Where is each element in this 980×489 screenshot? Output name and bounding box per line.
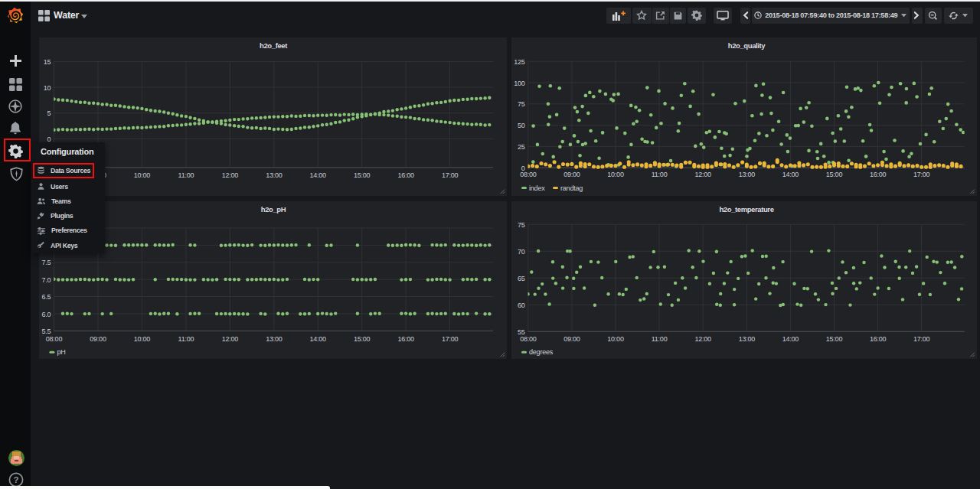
svg-text:16:00: 16:00 xyxy=(870,171,887,178)
svg-text:17:00: 17:00 xyxy=(442,171,459,178)
svg-text:11:00: 11:00 xyxy=(178,171,194,178)
svg-text:pH: pH xyxy=(57,348,65,356)
svg-text:50: 50 xyxy=(518,122,525,129)
svg-text:09:00: 09:00 xyxy=(564,171,580,178)
svg-text:15: 15 xyxy=(43,58,51,66)
svg-text:7.0: 7.0 xyxy=(41,275,51,283)
svg-text:25: 25 xyxy=(518,143,525,151)
svg-text:70: 70 xyxy=(518,247,525,255)
svg-text:65: 65 xyxy=(518,274,525,282)
svg-text:08:00: 08:00 xyxy=(520,171,537,178)
svg-text:6.5: 6.5 xyxy=(41,293,51,301)
svg-text:09:00: 09:00 xyxy=(564,334,580,342)
svg-text:11:00: 11:00 xyxy=(652,334,668,342)
svg-text:14:00: 14:00 xyxy=(782,334,799,342)
svg-text:6.0: 6.0 xyxy=(41,310,51,318)
svg-text:11:00: 11:00 xyxy=(652,171,668,178)
svg-text:10:00: 10:00 xyxy=(133,334,150,342)
svg-text:10:00: 10:00 xyxy=(133,171,150,178)
svg-text:125: 125 xyxy=(514,57,525,65)
svg-text:?: ? xyxy=(13,475,18,484)
svg-text:10:00: 10:00 xyxy=(607,334,624,342)
svg-text:15:00: 15:00 xyxy=(826,334,843,342)
svg-text:17:00: 17:00 xyxy=(913,171,930,178)
svg-text:randtag: randtag xyxy=(560,184,583,191)
svg-text:75: 75 xyxy=(518,220,525,228)
svg-text:09:00: 09:00 xyxy=(90,334,106,342)
svg-text:13:00: 13:00 xyxy=(266,334,283,342)
svg-text:h2o_quality: h2o_quality xyxy=(728,41,766,50)
svg-text:degrees: degrees xyxy=(529,348,554,356)
svg-text:15:00: 15:00 xyxy=(826,171,843,178)
svg-text:14:00: 14:00 xyxy=(309,334,326,342)
svg-text:100: 100 xyxy=(514,79,525,86)
svg-text:5.5: 5.5 xyxy=(41,327,51,334)
svg-text:12:00: 12:00 xyxy=(695,171,712,178)
svg-text:10:00: 10:00 xyxy=(607,171,624,178)
svg-text:10: 10 xyxy=(43,83,51,91)
svg-text:13:00: 13:00 xyxy=(739,334,756,342)
svg-text:15:00: 15:00 xyxy=(354,171,371,178)
svg-text:08:00: 08:00 xyxy=(45,334,62,342)
svg-text:17:00: 17:00 xyxy=(442,334,459,342)
svg-text:h2o_pH: h2o_pH xyxy=(260,205,286,214)
svg-text:13:00: 13:00 xyxy=(739,171,756,178)
svg-text:08:00: 08:00 xyxy=(520,334,537,342)
svg-text:13:00: 13:00 xyxy=(266,171,283,178)
svg-text:h2o_temperature: h2o_temperature xyxy=(719,205,773,214)
svg-text:14:00: 14:00 xyxy=(309,171,326,178)
svg-text:index: index xyxy=(529,184,545,191)
svg-text:17:00: 17:00 xyxy=(913,334,930,342)
svg-text:16:00: 16:00 xyxy=(397,171,414,178)
svg-text:12:00: 12:00 xyxy=(221,334,238,342)
svg-text:5: 5 xyxy=(47,109,51,117)
svg-text:11:00: 11:00 xyxy=(178,334,194,342)
svg-text:h2o_feet: h2o_feet xyxy=(260,41,288,50)
svg-text:7.5: 7.5 xyxy=(41,259,51,266)
svg-text:14:00: 14:00 xyxy=(782,171,799,178)
svg-text:12:00: 12:00 xyxy=(221,171,238,178)
svg-text:12:00: 12:00 xyxy=(695,334,712,342)
svg-text:60: 60 xyxy=(518,301,525,308)
svg-text:15:00: 15:00 xyxy=(354,334,371,342)
svg-text:16:00: 16:00 xyxy=(397,334,414,342)
svg-text:75: 75 xyxy=(518,100,525,108)
svg-text:16:00: 16:00 xyxy=(870,334,887,342)
